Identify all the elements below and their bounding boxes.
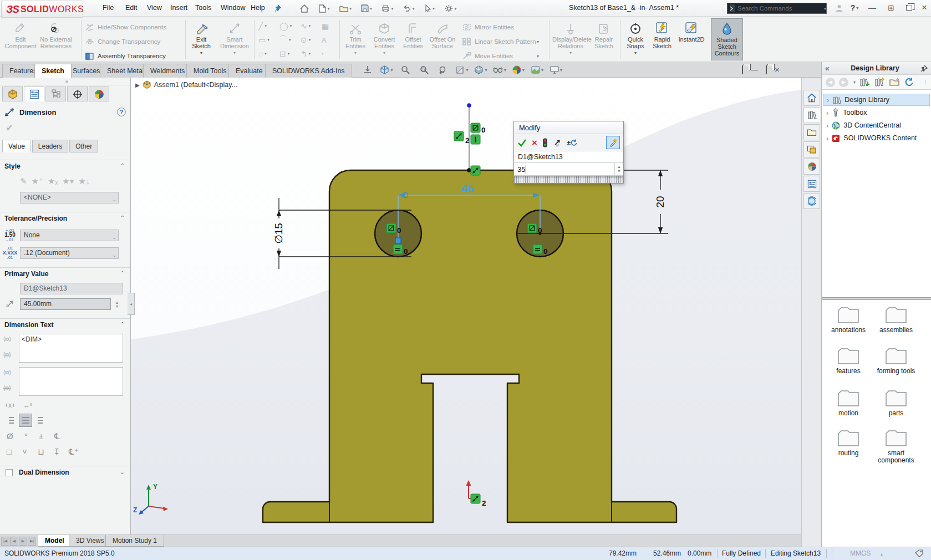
accept-icon[interactable] — [517, 139, 527, 147]
ellipse-tool-button[interactable]: ⊙▾ — [301, 34, 319, 46]
modify-thumbwheel[interactable] — [514, 176, 623, 183]
dimension-text-section-header[interactable]: Dimension Text⌃ — [0, 318, 130, 330]
normal-to-icon[interactable] — [359, 63, 376, 77]
search-input[interactable] — [737, 5, 823, 12]
load-style-icon[interactable]: ★↓ — [78, 176, 90, 186]
arc-tool-button[interactable]: ⌒▾ — [279, 34, 298, 46]
sketch-tool-button[interactable]: ▦ — [322, 20, 340, 32]
tab-appearances-scenes[interactable] — [803, 159, 820, 175]
instant2d-button[interactable]: Instant2D — [678, 18, 705, 60]
tab-design-library[interactable] — [803, 107, 820, 123]
primary-value-field[interactable]: 45.00mm — [20, 298, 111, 310]
select-button[interactable]: ▾ — [421, 2, 438, 14]
up-level-icon[interactable]: ↑ — [924, 78, 927, 86]
center-text-icon[interactable]: +x+ — [4, 401, 16, 409]
slot-tool-button[interactable]: ◌▾ — [258, 48, 277, 60]
pm-ok-button[interactable]: ✓ — [6, 122, 13, 134]
tolerance-dropdown[interactable]: None⌄ — [20, 230, 119, 241]
tab-solidworks-forum[interactable] — [803, 193, 820, 209]
rectangle-tool-button[interactable]: ▭▾ — [258, 34, 277, 46]
minimize-button[interactable]: — — [865, 2, 879, 14]
folder-parts[interactable]: parts — [875, 388, 917, 417]
tolerance-section-header[interactable]: Tolerance/Precision⌃ — [0, 212, 130, 224]
add-style-icon[interactable]: ★⁺ — [32, 176, 43, 186]
swap-arrows-icon[interactable] — [4, 298, 16, 309]
pm-subtab-leaders[interactable]: Leaders — [32, 140, 68, 152]
tree-item-toolbox[interactable]: › Toolbox — [823, 106, 930, 119]
pm-subtab-other[interactable]: Other — [69, 140, 98, 152]
edit-appearance-icon[interactable]: ▾ — [510, 63, 527, 77]
hide-show-items-icon[interactable]: ▾ — [491, 63, 508, 77]
mark-for-drawing-button[interactable] — [606, 136, 620, 149]
scroll-first-icon[interactable]: |◀ — [1, 537, 9, 546]
centerline-symbol-button[interactable]: ℄ — [54, 431, 60, 441]
plusminus-symbol-button[interactable]: ± — [39, 431, 43, 441]
nav-dropdown-icon[interactable]: ▾ — [853, 80, 856, 85]
print-button[interactable]: ▾ — [379, 2, 396, 14]
precision-dropdown[interactable]: .12 (Document)⌄ — [20, 247, 119, 259]
smart-dimension-button[interactable]: Smart Dimension ▾ — [217, 18, 252, 60]
user-account-icon[interactable] — [832, 2, 846, 14]
menu-insert[interactable]: Insert — [165, 0, 192, 16]
hide-show-components-button[interactable]: Hide/Show Components — [84, 21, 181, 33]
tree-expand-icon[interactable]: ▶ — [135, 82, 140, 88]
back-icon[interactable]: ◀ — [826, 78, 835, 87]
dual-dimension-section[interactable]: Dual Dimension ⌄ — [0, 466, 130, 478]
pm-tab-propertymanager[interactable] — [24, 86, 44, 101]
offset-on-surface-button[interactable]: Offset On Surface — [428, 18, 457, 60]
doc-restore-icon[interactable] — [766, 66, 767, 74]
justify-left-button[interactable] — [4, 414, 18, 427]
doc-close-icon[interactable]: × — [775, 65, 780, 74]
view-options-icon[interactable]: ▾ — [548, 63, 564, 77]
pin-menubar-icon[interactable] — [269, 2, 286, 14]
forward-icon[interactable]: ▶ — [839, 78, 848, 87]
primary-value-name-field[interactable]: D1@Sketch13 — [20, 283, 123, 294]
tab-model[interactable]: Model — [38, 535, 72, 547]
pm-subtab-value[interactable]: Value — [2, 140, 31, 152]
section-view-icon[interactable]: ▾ — [454, 63, 470, 77]
checkmark-symbol-button[interactable]: ˅ — [22, 447, 27, 456]
ubracket-symbol-button[interactable]: ⊔ — [38, 447, 44, 457]
plane-tool-button[interactable]: ▪ — [322, 48, 340, 60]
pane-splitter[interactable] — [822, 297, 931, 300]
pm-help-icon[interactable]: ? — [117, 108, 126, 116]
rebuild-icon[interactable] — [542, 138, 548, 147]
tag-icon[interactable] — [915, 549, 924, 558]
display-delete-relations-button[interactable]: Display/Delete Relations ▾ — [552, 18, 589, 60]
modify-value-spinner[interactable]: ▲▼ — [614, 163, 623, 175]
options-gear-button[interactable]: ▾ — [442, 2, 459, 14]
dimension-text-area-2[interactable] — [19, 367, 123, 396]
folder-smart-components[interactable]: smart components — [875, 428, 917, 464]
pin-pane-icon[interactable] — [920, 65, 928, 72]
tree-item-3d-contentcentral[interactable]: › 3D ContentCentral — [823, 119, 930, 131]
collapse-pane-icon[interactable]: « — [825, 64, 830, 73]
dimension-20-text[interactable]: 20 — [654, 196, 666, 207]
assembly-transparency-button[interactable]: Assembly Transparency — [84, 50, 187, 62]
tab-mold-tools[interactable]: Mold Tools — [186, 64, 234, 78]
tab-view-palette[interactable] — [803, 141, 820, 157]
point-tool-button[interactable]: ⊡▾ — [279, 48, 298, 60]
save-style-icon[interactable]: ★▾ — [62, 176, 74, 186]
tab-solidworks-add-ins[interactable]: SOLIDWORKS Add-Ins — [265, 64, 352, 78]
justify-center-button[interactable] — [19, 414, 32, 427]
dimtext-above-icon[interactable]: (xx) — [3, 336, 17, 342]
modify-dialog[interactable]: Modify × ± D1@Sketch13 35 ▲▼ — [513, 121, 624, 184]
dimtext-far-icon[interactable]: (xx) — [3, 385, 17, 391]
save-button[interactable]: ▾ — [358, 2, 375, 14]
status-units[interactable]: MMGS — [850, 549, 871, 557]
more-symbols-button[interactable]: ℄⁺ — [69, 447, 79, 457]
fillet-tool-button[interactable]: ↰▾ — [301, 48, 319, 60]
view-orientation-icon[interactable]: ▾ — [378, 63, 395, 77]
dimtext-below-icon[interactable]: (xx) — [3, 369, 17, 375]
sketch-canvas[interactable]: 45 ∅15 20 — [131, 78, 801, 534]
folder-assemblies[interactable]: assemblies — [875, 305, 917, 334]
relation-diameter-left[interactable] — [386, 223, 396, 233]
add-to-library-icon[interactable] — [859, 77, 871, 87]
trim-entities-button[interactable]: Trim Entities ▾ — [343, 18, 368, 60]
centerline-top-point[interactable] — [467, 103, 471, 108]
units-dropdown-icon[interactable]: ▴ — [881, 552, 883, 557]
scroll-next-icon[interactable]: ▶ — [19, 537, 27, 546]
folder-features[interactable]: features — [827, 346, 869, 375]
text-tool-button[interactable]: A — [322, 34, 340, 46]
tab-file-explorer[interactable] — [803, 124, 820, 140]
